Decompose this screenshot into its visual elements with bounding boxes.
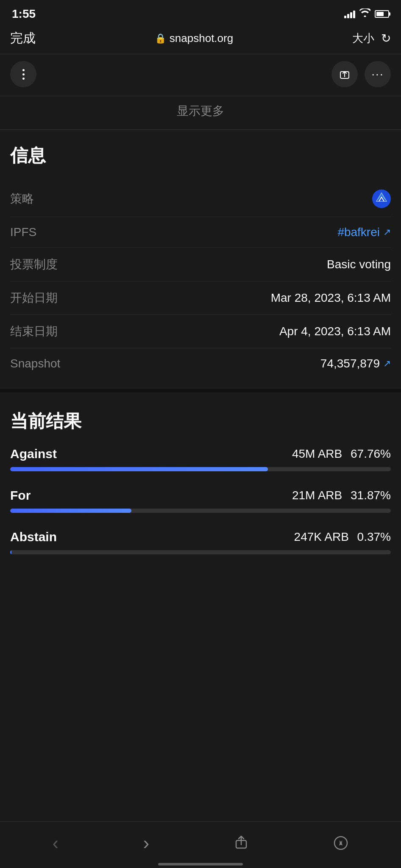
back-button[interactable]: ‹ xyxy=(44,828,67,858)
against-vote-header: Against 45M ARB 67.76% xyxy=(10,447,391,461)
for-percent: 31.87% xyxy=(351,489,391,502)
menu-button[interactable] xyxy=(10,61,36,87)
forward-button[interactable]: › xyxy=(134,828,158,858)
end-date-label: 结束日期 xyxy=(10,323,58,339)
battery-icon xyxy=(375,10,389,18)
refresh-button[interactable]: ↻ xyxy=(381,31,391,45)
against-progress-fill xyxy=(10,467,268,471)
abstain-vote-item: Abstain 247K ARB 0.37% xyxy=(10,530,391,554)
ipfs-external-link-icon: ↗ xyxy=(383,227,391,238)
status-time: 1:55 xyxy=(12,7,36,21)
ipfs-row: IPFS #bafkrei ↗ xyxy=(10,217,391,248)
ipfs-link-text: #bafkrei xyxy=(337,225,380,239)
results-section: 当前结果 Against 45M ARB 67.76% For 21M ARB … xyxy=(0,396,401,571)
share-button[interactable] xyxy=(225,831,257,855)
start-date-value: Mar 28, 2023, 6:13 AM xyxy=(271,291,391,305)
for-vote-item: For 21M ARB 31.87% xyxy=(10,488,391,513)
ipfs-label: IPFS xyxy=(10,225,36,239)
snapshot-label: Snapshot xyxy=(10,357,60,370)
voting-system-label: 投票制度 xyxy=(10,256,58,273)
strategy-value xyxy=(372,189,391,208)
ipfs-value[interactable]: #bafkrei ↗ xyxy=(337,225,391,239)
arbitrum-icon xyxy=(372,189,391,208)
show-more-text: 显示更多 xyxy=(177,104,224,117)
more-text-section: 显示更多 xyxy=(0,96,401,130)
against-label: Against xyxy=(10,447,57,461)
for-vote-header: For 21M ARB 31.87% xyxy=(10,488,391,503)
for-stats: 21M ARB 31.87% xyxy=(292,489,391,502)
for-progress-bg xyxy=(10,509,391,513)
abstain-stats: 247K ARB 0.37% xyxy=(294,530,391,544)
abstain-vote-header: Abstain 247K ARB 0.37% xyxy=(10,530,391,544)
abstain-arb: 247K ARB xyxy=(294,530,349,543)
voting-system-row: 投票制度 Basic voting xyxy=(10,248,391,281)
snapshot-number: 74,357,879 xyxy=(320,357,380,370)
info-section: 信息 策略 IPFS #bafkrei ↗ 投票 xyxy=(0,130,401,392)
abstain-label: Abstain xyxy=(10,530,57,544)
abstain-progress-bg xyxy=(10,550,391,554)
compass-button[interactable] xyxy=(325,831,357,855)
browser-bar: 完成 🔒 snapshot.org 大小 ↻ xyxy=(0,25,401,54)
against-percent: 67.76% xyxy=(351,447,391,460)
home-indicator xyxy=(158,863,243,865)
signal-icon xyxy=(344,10,355,18)
end-date-value: Apr 4, 2023, 6:13 AM xyxy=(279,325,391,338)
strategy-row: 策略 xyxy=(10,181,391,217)
snapshot-row: Snapshot 74,357,879 ↗ xyxy=(10,348,391,379)
status-icons xyxy=(344,8,389,19)
bottom-nav: ‹ › xyxy=(0,821,401,868)
done-button[interactable]: 完成 xyxy=(10,30,36,47)
strategy-label: 策略 xyxy=(10,191,34,207)
against-arb: 45M ARB xyxy=(292,447,342,460)
share-tab-button[interactable] xyxy=(331,61,358,87)
url-text: snapshot.org xyxy=(170,32,233,45)
end-date-row: 结束日期 Apr 4, 2023, 6:13 AM xyxy=(10,315,391,348)
against-stats: 45M ARB 67.76% xyxy=(292,447,391,461)
against-progress-bg xyxy=(10,467,391,471)
for-progress-fill xyxy=(10,509,131,513)
toolbar-row: ··· xyxy=(0,54,401,96)
snapshot-external-link-icon: ↗ xyxy=(383,358,391,369)
browser-actions: 大小 ↻ xyxy=(352,31,391,46)
results-title: 当前结果 xyxy=(10,409,391,433)
start-date-label: 开始日期 xyxy=(10,290,58,306)
against-vote-item: Against 45M ARB 67.76% xyxy=(10,447,391,471)
wifi-icon xyxy=(359,8,370,19)
for-label: For xyxy=(10,488,31,503)
info-title: 信息 xyxy=(10,144,391,167)
lock-icon: 🔒 xyxy=(155,33,166,44)
text-size-button[interactable]: 大小 xyxy=(352,31,374,46)
for-arb: 21M ARB xyxy=(292,489,342,502)
url-bar[interactable]: 🔒 snapshot.org xyxy=(155,32,233,45)
toolbar-right-actions: ··· xyxy=(331,61,391,87)
status-bar: 1:55 xyxy=(0,0,401,25)
more-options-button[interactable]: ··· xyxy=(365,61,391,87)
snapshot-value[interactable]: 74,357,879 ↗ xyxy=(320,357,391,370)
three-dots-icon xyxy=(22,69,25,80)
abstain-progress-fill xyxy=(10,550,11,554)
voting-system-value: Basic voting xyxy=(327,258,391,271)
abstain-percent: 0.37% xyxy=(357,530,391,543)
start-date-row: 开始日期 Mar 28, 2023, 6:13 AM xyxy=(10,281,391,315)
